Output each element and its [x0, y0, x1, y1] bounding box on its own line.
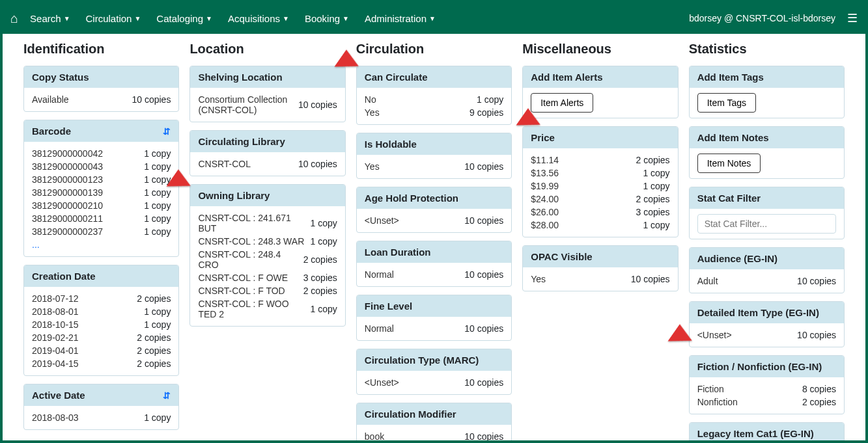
top-navbar: ⌂ Search▼ Circulation▼ Cataloging▼ Acqui… — [3, 3, 865, 34]
table-row[interactable]: CNSRT-COL : F WOO TED 21 copy — [198, 297, 337, 321]
item-alerts-button[interactable]: Item Alerts — [531, 93, 593, 113]
card-circulating-library: Circulating Library CNSRT-COL10 copies — [189, 130, 345, 176]
table-row[interactable]: Adult10 copies — [697, 275, 836, 288]
table-row[interactable]: No1 copy — [365, 93, 503, 106]
card-stat-cat-filter: Stat Cat Filter — [689, 187, 845, 239]
card-header[interactable]: Creation Date — [24, 265, 178, 287]
card-creation-date: Creation Date 2018-07-122 copies 2018-08… — [23, 265, 179, 376]
card-header[interactable]: Fine Level — [357, 295, 511, 317]
table-row[interactable]: 2019-04-012 copies — [32, 344, 171, 357]
table-row[interactable]: 2019-02-212 copies — [32, 331, 171, 344]
table-row[interactable]: Yes10 copies — [531, 273, 669, 286]
table-row[interactable]: 381290000002101 copy — [32, 199, 171, 212]
table-row[interactable]: CNSRT-COL : 248.3 WAR1 copy — [198, 235, 337, 248]
table-row[interactable]: 381290000002111 copy — [32, 212, 171, 225]
item-tags-button[interactable]: Item Tags — [697, 93, 756, 113]
show-more-link[interactable]: ... — [32, 238, 171, 251]
col-header-location: Location — [189, 42, 345, 57]
card-header[interactable]: Detailed Item Type (EG-IN) — [690, 302, 844, 323]
table-row[interactable]: CNSRT-COL : 241.671 BUT1 copy — [198, 211, 337, 235]
card-header[interactable]: Is Holdable — [357, 133, 511, 155]
table-row[interactable]: book10 copies — [365, 430, 503, 443]
card-add-item-notes: Add Item Notes Item Notes — [689, 126, 845, 179]
card-header[interactable]: Can Circulate — [357, 66, 511, 88]
table-row[interactable]: $26.003 copies — [531, 206, 669, 219]
card-audience: Audience (EG-IN) Adult10 copies — [689, 247, 845, 293]
table-row[interactable]: $19.991 copy — [531, 180, 669, 193]
table-row[interactable]: Unset10 copies — [365, 376, 503, 389]
col-circulation: Circulation Can Circulate No1 copy Yes9 … — [356, 42, 512, 443]
table-row[interactable]: $24.002 copies — [531, 193, 669, 206]
card-header[interactable]: Legacy Item Cat1 (EG-IN) — [690, 423, 844, 443]
caret-down-icon: ▼ — [429, 15, 436, 22]
card-owning-library: Owning Library CNSRT-COL : 241.671 BUT1 … — [189, 184, 345, 327]
nav-cataloging[interactable]: Cataloging▼ — [156, 13, 212, 24]
nav-administration[interactable]: Administration▼ — [365, 13, 436, 24]
table-row[interactable]: 381290000000421 copy — [32, 147, 171, 160]
table-row[interactable]: Consortium Collection (CNSRT-COL)10 copi… — [198, 93, 337, 116]
table-row[interactable]: 2018-10-151 copy — [32, 318, 171, 331]
card-header[interactable]: OPAC Visible — [523, 246, 677, 267]
table-row[interactable]: 381290000002371 copy — [32, 225, 171, 238]
table-row[interactable]: Normal10 copies — [365, 268, 503, 281]
card-header[interactable]: Circulation Type (MARC) — [357, 349, 511, 371]
nav-acquisitions[interactable]: Acquisitions▼ — [228, 13, 289, 24]
card-header[interactable]: Shelving Location — [190, 66, 344, 88]
user-info[interactable]: bdorsey @ CNSRT-COL-isl-bdorsey — [689, 13, 835, 23]
table-row[interactable]: 2018-07-122 copies — [32, 292, 171, 305]
item-notes-button[interactable]: Item Notes — [697, 154, 761, 173]
nav-booking[interactable]: Booking▼ — [305, 13, 349, 24]
table-row[interactable]: CNSRT-COL : F OWE3 copies — [198, 271, 337, 284]
col-header-miscellaneous: Miscellaneous — [522, 42, 678, 57]
table-row[interactable]: CNSRT-COL : F TOD2 copies — [198, 284, 337, 297]
nav-circulation[interactable]: Circulation▼ — [86, 13, 141, 24]
stat-cat-filter-input[interactable] — [697, 214, 836, 234]
col-identification: Identification Copy Status Available10 c… — [23, 42, 179, 443]
card-header[interactable]: Owning Library — [190, 185, 344, 206]
card-header[interactable]: Fiction / Nonfiction (EG-IN) — [690, 356, 844, 377]
card-add-item-alerts: Add Item Alerts Item Alerts — [522, 66, 678, 118]
table-row[interactable]: $28.001 copy — [531, 219, 669, 232]
table-row[interactable]: 2019-04-152 copies — [32, 357, 171, 370]
card-header[interactable]: Active Date ⇵ — [24, 384, 178, 406]
card-header[interactable]: Circulation Modifier — [357, 403, 511, 425]
table-row[interactable]: Yes9 copies — [365, 106, 503, 119]
table-row[interactable]: CNSRT-COL : 248.4 CRO2 copies — [198, 248, 337, 271]
card-header[interactable]: Loan Duration — [357, 241, 511, 263]
card-opac-visible: OPAC Visible Yes10 copies — [522, 245, 678, 291]
table-row[interactable]: $13.561 copy — [531, 167, 669, 180]
card-header[interactable]: Circulating Library — [190, 131, 344, 152]
card-header[interactable]: Price — [523, 127, 677, 148]
nav-search[interactable]: Search▼ — [30, 13, 70, 24]
table-row[interactable]: 381290000000431 copy — [32, 160, 171, 173]
caret-down-icon: ▼ — [64, 15, 70, 22]
card-header[interactable]: Age Hold Protection — [357, 187, 511, 209]
home-icon[interactable]: ⌂ — [10, 11, 18, 26]
sort-icon[interactable]: ⇵ — [163, 126, 171, 137]
table-row[interactable]: $11.142 copies — [531, 154, 669, 167]
card-header[interactable]: Copy Status — [24, 66, 178, 88]
table-row[interactable]: Unset10 copies — [697, 329, 836, 342]
table-row[interactable]: 2018-08-031 copy — [32, 411, 171, 424]
card-copy-status: Copy Status Available10 copies — [23, 66, 179, 112]
card-header: Add Item Alerts — [523, 66, 677, 88]
card-header: Add Item Tags — [690, 66, 844, 88]
table-row[interactable]: 381290000001391 copy — [32, 186, 171, 199]
table-row[interactable]: Yes10 copies — [365, 160, 503, 173]
table-row[interactable]: Available10 copies — [32, 93, 171, 106]
table-row[interactable]: 2018-08-011 copy — [32, 305, 171, 318]
card-header[interactable]: Barcode ⇵ — [24, 120, 178, 142]
list-menu-icon[interactable]: ☰ — [847, 11, 858, 25]
card-header[interactable]: Audience (EG-IN) — [690, 248, 844, 269]
card-is-holdable: Is Holdable Yes10 copies — [356, 133, 512, 179]
card-detailed-item-type: Detailed Item Type (EG-IN) Unset10 copie… — [689, 301, 845, 347]
table-row[interactable]: Nonfiction2 copies — [697, 396, 836, 409]
table-row[interactable]: Unset10 copies — [365, 214, 503, 227]
table-row[interactable]: CNSRT-COL10 copies — [198, 157, 337, 170]
table-row[interactable]: Fiction8 copies — [697, 383, 836, 396]
table-row[interactable]: Normal10 copies — [365, 322, 503, 335]
card-barcode: Barcode ⇵ 381290000000421 copy 381290000… — [23, 120, 179, 257]
sort-icon[interactable]: ⇵ — [163, 390, 171, 401]
card-circulation-type: Circulation Type (MARC) Unset10 copies — [356, 349, 512, 395]
table-row[interactable]: 381290000001231 copy — [32, 173, 171, 186]
